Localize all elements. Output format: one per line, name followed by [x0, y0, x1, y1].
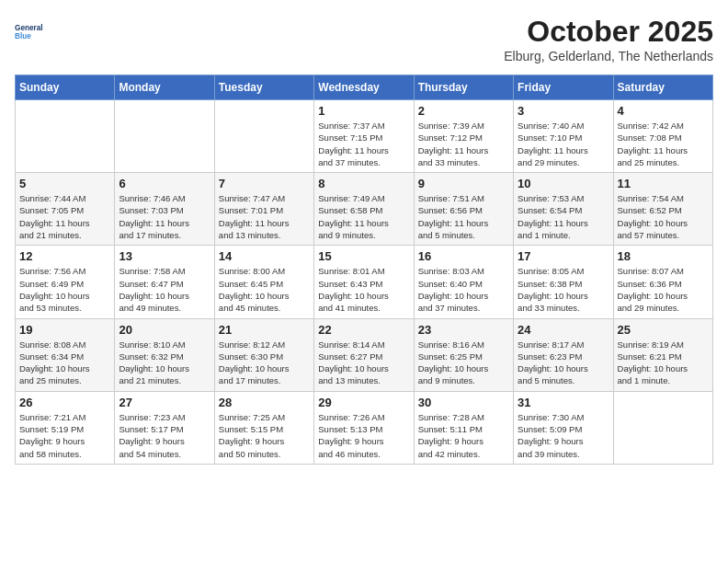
- weekday-header-friday: Friday: [514, 75, 613, 100]
- day-number: 24: [518, 323, 609, 337]
- day-info: Sunrise: 8:17 AM Sunset: 6:23 PM Dayligh…: [518, 339, 609, 387]
- day-number: 30: [418, 396, 509, 409]
- day-info: Sunrise: 7:42 AM Sunset: 7:08 PM Dayligh…: [618, 120, 709, 168]
- day-number: 16: [418, 249, 509, 263]
- day-number: 27: [119, 396, 210, 409]
- day-number: 18: [618, 249, 709, 263]
- day-info: Sunrise: 7:26 AM Sunset: 5:13 PM Dayligh…: [318, 411, 409, 460]
- calendar-cell: [613, 391, 712, 464]
- location: Elburg, Gelderland, The Netherlands: [504, 49, 713, 63]
- day-number: 2: [418, 104, 509, 118]
- calendar-cell: 30Sunrise: 7:28 AM Sunset: 5:11 PM Dayli…: [414, 391, 513, 464]
- day-info: Sunrise: 7:49 AM Sunset: 6:58 PM Dayligh…: [318, 192, 409, 241]
- weekday-header-sunday: Sunday: [16, 75, 115, 100]
- day-info: Sunrise: 7:44 AM Sunset: 7:05 PM Dayligh…: [19, 192, 110, 241]
- day-number: 7: [219, 177, 310, 190]
- day-number: 12: [19, 249, 110, 263]
- day-info: Sunrise: 8:10 AM Sunset: 6:32 PM Dayligh…: [119, 339, 210, 387]
- day-info: Sunrise: 7:47 AM Sunset: 7:01 PM Dayligh…: [219, 192, 310, 241]
- calendar-cell: 22Sunrise: 8:14 AM Sunset: 6:27 PM Dayli…: [314, 318, 414, 391]
- day-info: Sunrise: 7:58 AM Sunset: 6:47 PM Dayligh…: [119, 265, 210, 314]
- day-number: 8: [318, 177, 409, 190]
- calendar-cell: 14Sunrise: 8:00 AM Sunset: 6:45 PM Dayli…: [214, 246, 313, 318]
- calendar-cell: 27Sunrise: 7:23 AM Sunset: 5:17 PM Dayli…: [115, 391, 214, 464]
- day-number: 11: [618, 177, 709, 190]
- day-info: Sunrise: 8:16 AM Sunset: 6:25 PM Dayligh…: [418, 339, 509, 387]
- calendar-cell: 2Sunrise: 7:39 AM Sunset: 7:12 PM Daylig…: [414, 100, 513, 173]
- calendar-cell: [115, 100, 214, 173]
- day-info: Sunrise: 7:25 AM Sunset: 5:15 PM Dayligh…: [219, 411, 310, 460]
- weekday-header-saturday: Saturday: [613, 75, 712, 100]
- day-info: Sunrise: 8:05 AM Sunset: 6:38 PM Dayligh…: [518, 265, 609, 314]
- calendar-cell: 21Sunrise: 8:12 AM Sunset: 6:30 PM Dayli…: [214, 318, 313, 391]
- day-number: 3: [518, 104, 609, 118]
- svg-text:General: General: [15, 24, 43, 32]
- day-number: 13: [119, 249, 210, 263]
- calendar-cell: 1Sunrise: 7:37 AM Sunset: 7:15 PM Daylig…: [314, 100, 414, 173]
- calendar-cell: 23Sunrise: 8:16 AM Sunset: 6:25 PM Dayli…: [414, 318, 513, 391]
- day-info: Sunrise: 7:39 AM Sunset: 7:12 PM Dayligh…: [418, 120, 509, 168]
- calendar-cell: 24Sunrise: 8:17 AM Sunset: 6:23 PM Dayli…: [514, 318, 613, 391]
- day-info: Sunrise: 7:21 AM Sunset: 5:19 PM Dayligh…: [19, 411, 110, 460]
- calendar-cell: 10Sunrise: 7:53 AM Sunset: 6:54 PM Dayli…: [514, 173, 613, 246]
- day-number: 21: [219, 323, 310, 337]
- day-info: Sunrise: 7:51 AM Sunset: 6:56 PM Dayligh…: [418, 192, 509, 241]
- calendar-cell: 19Sunrise: 8:08 AM Sunset: 6:34 PM Dayli…: [16, 318, 115, 391]
- day-info: Sunrise: 8:00 AM Sunset: 6:45 PM Dayligh…: [219, 265, 310, 314]
- day-info: Sunrise: 7:56 AM Sunset: 6:49 PM Dayligh…: [19, 265, 110, 314]
- calendar-cell: 18Sunrise: 8:07 AM Sunset: 6:36 PM Dayli…: [613, 246, 712, 318]
- calendar-cell: 20Sunrise: 8:10 AM Sunset: 6:32 PM Dayli…: [115, 318, 214, 391]
- weekday-header-wednesday: Wednesday: [314, 75, 414, 100]
- logo-icon: GeneralBlue: [15, 15, 48, 48]
- day-info: Sunrise: 7:30 AM Sunset: 5:09 PM Dayligh…: [518, 411, 609, 460]
- day-number: 14: [219, 249, 310, 263]
- day-number: 19: [19, 323, 110, 337]
- day-info: Sunrise: 7:53 AM Sunset: 6:54 PM Dayligh…: [518, 192, 609, 241]
- day-number: 9: [418, 177, 509, 190]
- weekday-header-tuesday: Tuesday: [214, 75, 313, 100]
- calendar-cell: 4Sunrise: 7:42 AM Sunset: 7:08 PM Daylig…: [613, 100, 712, 173]
- logo: GeneralBlue: [15, 15, 48, 48]
- day-info: Sunrise: 7:46 AM Sunset: 7:03 PM Dayligh…: [119, 192, 210, 241]
- calendar-cell: 7Sunrise: 7:47 AM Sunset: 7:01 PM Daylig…: [214, 173, 313, 246]
- day-info: Sunrise: 8:19 AM Sunset: 6:21 PM Dayligh…: [618, 339, 709, 387]
- month-title: October 2025: [504, 15, 713, 49]
- calendar-cell: 13Sunrise: 7:58 AM Sunset: 6:47 PM Dayli…: [115, 246, 214, 318]
- calendar-cell: 28Sunrise: 7:25 AM Sunset: 5:15 PM Dayli…: [214, 391, 313, 464]
- day-info: Sunrise: 8:14 AM Sunset: 6:27 PM Dayligh…: [318, 339, 409, 387]
- day-info: Sunrise: 8:07 AM Sunset: 6:36 PM Dayligh…: [618, 265, 709, 314]
- day-number: 1: [318, 104, 409, 118]
- day-info: Sunrise: 8:01 AM Sunset: 6:43 PM Dayligh…: [318, 265, 409, 314]
- title-block: October 2025 Elburg, Gelderland, The Net…: [504, 15, 713, 63]
- day-number: 20: [119, 323, 210, 337]
- day-info: Sunrise: 8:03 AM Sunset: 6:40 PM Dayligh…: [418, 265, 509, 314]
- day-number: 25: [618, 323, 709, 337]
- day-number: 29: [318, 396, 409, 409]
- day-info: Sunrise: 8:12 AM Sunset: 6:30 PM Dayligh…: [219, 339, 310, 387]
- calendar-cell: 5Sunrise: 7:44 AM Sunset: 7:05 PM Daylig…: [16, 173, 115, 246]
- calendar-week-row: 1Sunrise: 7:37 AM Sunset: 7:15 PM Daylig…: [16, 100, 713, 173]
- calendar-cell: 16Sunrise: 8:03 AM Sunset: 6:40 PM Dayli…: [414, 246, 513, 318]
- calendar-week-row: 12Sunrise: 7:56 AM Sunset: 6:49 PM Dayli…: [16, 246, 713, 318]
- calendar-cell: 8Sunrise: 7:49 AM Sunset: 6:58 PM Daylig…: [314, 173, 414, 246]
- calendar-week-row: 26Sunrise: 7:21 AM Sunset: 5:19 PM Dayli…: [16, 391, 713, 464]
- weekday-header-monday: Monday: [115, 75, 214, 100]
- day-info: Sunrise: 7:40 AM Sunset: 7:10 PM Dayligh…: [518, 120, 609, 168]
- day-number: 17: [518, 249, 609, 263]
- day-number: 23: [418, 323, 509, 337]
- calendar-cell: 12Sunrise: 7:56 AM Sunset: 6:49 PM Dayli…: [16, 246, 115, 318]
- weekday-header-row: SundayMondayTuesdayWednesdayThursdayFrid…: [16, 75, 713, 100]
- calendar-cell: [16, 100, 115, 173]
- day-number: 5: [19, 177, 110, 190]
- calendar-cell: 25Sunrise: 8:19 AM Sunset: 6:21 PM Dayli…: [613, 318, 712, 391]
- day-info: Sunrise: 8:08 AM Sunset: 6:34 PM Dayligh…: [19, 339, 110, 387]
- page-header: GeneralBlue October 2025 Elburg, Gelderl…: [15, 15, 713, 63]
- calendar-cell: 31Sunrise: 7:30 AM Sunset: 5:09 PM Dayli…: [514, 391, 613, 464]
- calendar-cell: 17Sunrise: 8:05 AM Sunset: 6:38 PM Dayli…: [514, 246, 613, 318]
- calendar-week-row: 19Sunrise: 8:08 AM Sunset: 6:34 PM Dayli…: [16, 318, 713, 391]
- calendar-cell: [214, 100, 313, 173]
- day-number: 31: [518, 396, 609, 409]
- weekday-header-thursday: Thursday: [414, 75, 513, 100]
- day-number: 10: [518, 177, 609, 190]
- day-number: 26: [19, 396, 110, 409]
